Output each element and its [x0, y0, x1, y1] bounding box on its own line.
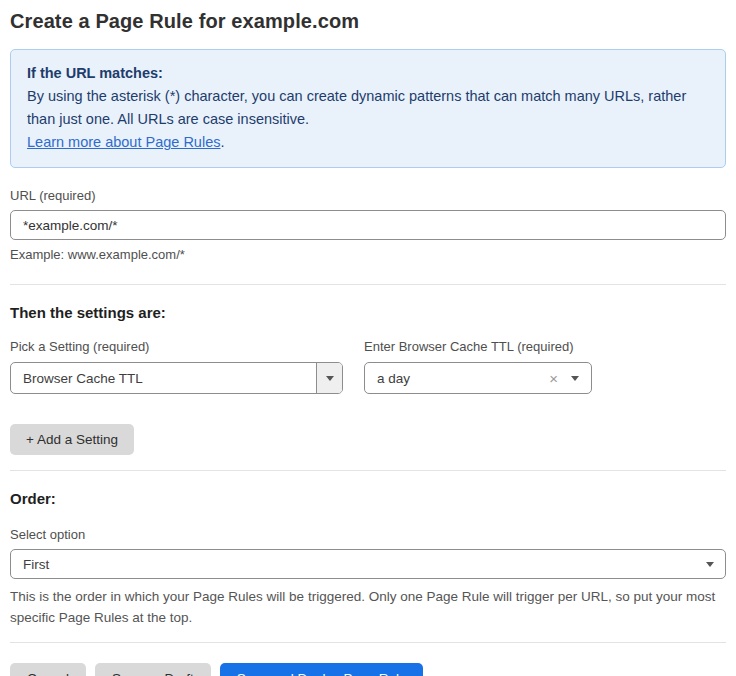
divider	[10, 470, 726, 471]
ttl-picker-label: Enter Browser Cache TTL (required)	[364, 339, 592, 354]
url-field-label: URL (required)	[10, 188, 726, 203]
ttl-picker-value: a day	[365, 371, 549, 386]
info-box-link-line: Learn more about Page Rules.	[27, 131, 709, 154]
order-help-text: This is the order in which your Page Rul…	[10, 586, 726, 628]
order-select-label: Select option	[10, 527, 726, 542]
settings-section-heading: Then the settings are:	[10, 304, 726, 321]
learn-more-link[interactable]: Learn more about Page Rules	[27, 134, 220, 150]
chevron-down-icon	[706, 562, 714, 567]
settings-row: Pick a Setting (required) Browser Cache …	[10, 321, 726, 394]
setting-picker-label: Pick a Setting (required)	[10, 339, 343, 354]
chevron-down-icon[interactable]	[571, 376, 579, 381]
url-match-info-box: If the URL matches: By using the asteris…	[10, 49, 726, 168]
page-title: Create a Page Rule for example.com	[10, 10, 726, 33]
setting-picker-caret-section[interactable]	[316, 363, 342, 393]
add-setting-button[interactable]: + Add a Setting	[10, 424, 134, 455]
divider	[10, 642, 726, 643]
order-select-value: First	[11, 557, 706, 572]
order-select[interactable]: First	[10, 549, 726, 579]
save-and-deploy-button[interactable]: Save and Deploy Page Rule	[220, 663, 424, 676]
url-input[interactable]	[10, 210, 726, 240]
divider	[10, 284, 726, 285]
clear-icon[interactable]: ×	[549, 371, 558, 386]
url-example-hint: Example: www.example.com/*	[10, 247, 726, 262]
page-rule-form: Create a Page Rule for example.com If th…	[0, 0, 736, 676]
footer-button-row: Cancel Save as Draft Save and Deploy Pag…	[10, 663, 726, 676]
setting-picker-column: Pick a Setting (required) Browser Cache …	[10, 321, 343, 394]
link-suffix: .	[220, 134, 224, 150]
chevron-down-icon	[326, 376, 334, 381]
cancel-button[interactable]: Cancel	[10, 663, 86, 676]
order-section-heading: Order:	[10, 490, 726, 507]
setting-picker-select[interactable]: Browser Cache TTL	[10, 362, 343, 394]
info-box-heading: If the URL matches:	[27, 62, 709, 85]
save-as-draft-button[interactable]: Save as Draft	[95, 663, 211, 676]
ttl-picker-column: Enter Browser Cache TTL (required) a day…	[364, 321, 592, 394]
order-select-icons	[706, 562, 725, 567]
ttl-picker-select[interactable]: a day ×	[364, 362, 592, 394]
info-box-body: By using the asterisk (*) character, you…	[27, 85, 709, 131]
setting-picker-value: Browser Cache TTL	[11, 371, 316, 386]
ttl-picker-icons: ×	[549, 371, 591, 386]
